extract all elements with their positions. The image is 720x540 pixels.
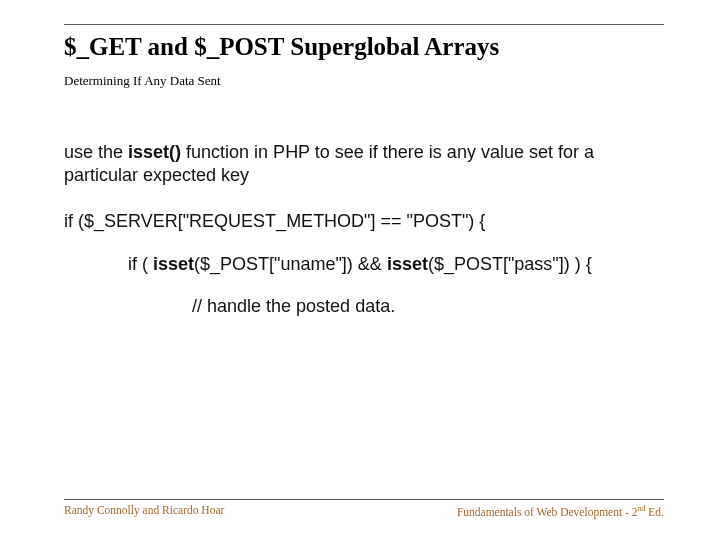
footer-right-post: Ed. xyxy=(645,506,664,518)
code-line-3: // handle the posted data. xyxy=(192,295,664,318)
code2-isset2: isset xyxy=(387,254,428,274)
code-line-1: if ($_SERVER["REQUEST_METHOD"] == "POST"… xyxy=(64,210,664,233)
footer-row: Randy Connolly and Ricardo Hoar Fundamen… xyxy=(64,504,664,518)
code2-d: ($_POST["pass"]) ) { xyxy=(428,254,592,274)
footer-left: Randy Connolly and Ricardo Hoar xyxy=(64,504,224,518)
slide-body: use the isset() function in PHP to see i… xyxy=(64,141,664,318)
title-divider xyxy=(64,24,664,25)
code-line-2: if ( isset($_POST["uname"]) && isset($_P… xyxy=(128,253,664,276)
intro-text-pre: use the xyxy=(64,142,128,162)
footer-right-pre: Fundamentals of Web Development - 2 xyxy=(457,506,638,518)
code2-c: ($_POST["uname"]) && xyxy=(194,254,387,274)
footer: Randy Connolly and Ricardo Hoar Fundamen… xyxy=(64,499,664,518)
footer-right: Fundamentals of Web Development - 2nd Ed… xyxy=(457,504,664,518)
code2-a: if ( xyxy=(128,254,153,274)
code2-isset1: isset xyxy=(153,254,194,274)
footer-divider xyxy=(64,499,664,500)
intro-isset-bold: isset() xyxy=(128,142,181,162)
intro-paragraph: use the isset() function in PHP to see i… xyxy=(64,141,664,186)
slide-subtitle: Determining If Any Data Sent xyxy=(64,73,664,89)
slide-title: $_GET and $_POST Superglobal Arrays xyxy=(64,33,664,61)
slide: $_GET and $_POST Superglobal Arrays Dete… xyxy=(0,0,720,540)
